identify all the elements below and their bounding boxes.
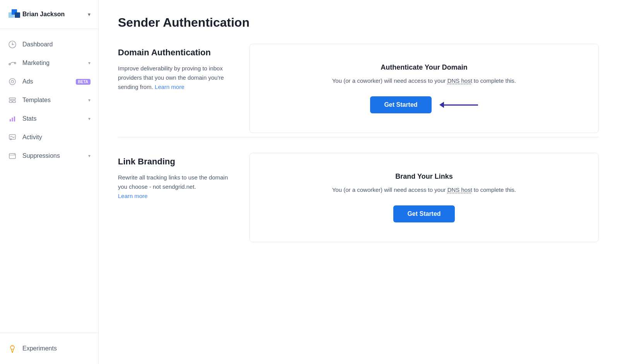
- link-branding-card-title: Brand Your Links: [395, 173, 452, 181]
- svg-rect-8: [9, 98, 15, 99]
- templates-label: Templates: [22, 97, 88, 104]
- domain-auth-section: Domain Authentication Improve deliverabi…: [118, 44, 599, 133]
- btn-arrow-row: Get Started: [370, 96, 478, 113]
- link-branding-card: Brand Your Links You (or a coworker) wil…: [249, 153, 599, 242]
- arrow-indicator: [439, 102, 478, 108]
- link-branding-get-started-button[interactable]: Get Started: [393, 205, 454, 222]
- templates-icon: [8, 96, 17, 105]
- link-branding-card-desc: You (or a coworker) will need access to …: [332, 185, 516, 195]
- sidebar-nav: Dashboard Marketing ▾ Ads: [0, 29, 98, 333]
- sidebar-header[interactable]: Brian Jackson ▾: [0, 0, 98, 29]
- marketing-label: Marketing: [22, 60, 88, 67]
- sidebar-item-templates[interactable]: Templates ▾: [0, 91, 98, 109]
- sidebar-item-marketing[interactable]: Marketing ▾: [0, 54, 98, 72]
- sidebar-username: Brian Jackson: [22, 11, 88, 18]
- link-branding-title: Link Branding: [118, 157, 234, 167]
- templates-chevron-icon: ▾: [88, 97, 90, 103]
- svg-point-4: [12, 44, 13, 45]
- brand-logo: [8, 7, 22, 22]
- experiments-icon: [8, 344, 17, 353]
- sidebar-item-experiments[interactable]: Experiments: [8, 339, 90, 358]
- link-branding-desc: Rewrite all tracking links to use the do…: [118, 173, 234, 201]
- svg-rect-12: [12, 118, 13, 121]
- domain-auth-title: Domain Authentication: [118, 48, 234, 58]
- dns-host-text: DNS host: [447, 77, 472, 84]
- activity-icon: [8, 133, 17, 142]
- ads-beta-badge: BETA: [76, 79, 90, 85]
- domain-auth-desc: Improve deliverability by proving to inb…: [118, 64, 234, 92]
- section-divider: [118, 137, 599, 137]
- main-content: Sender Authentication Domain Authenticat…: [99, 0, 618, 364]
- sidebar-item-dashboard[interactable]: Dashboard: [0, 35, 98, 54]
- arrow-line: [443, 104, 478, 106]
- dashboard-label: Dashboard: [22, 41, 90, 48]
- domain-auth-card: Authenticate Your Domain You (or a cowor…: [249, 44, 599, 133]
- domain-auth-get-started-button[interactable]: Get Started: [370, 96, 431, 113]
- svg-point-17: [14, 154, 15, 155]
- svg-rect-11: [10, 119, 11, 121]
- experiments-label: Experiments: [22, 345, 83, 352]
- link-branding-learn-more-link[interactable]: Learn more: [118, 193, 148, 199]
- domain-auth-card-desc: You (or a coworker) will need access to …: [332, 76, 516, 85]
- sidebar-item-ads[interactable]: Ads BETA: [0, 72, 98, 91]
- svg-rect-13: [14, 116, 15, 121]
- stats-icon: [8, 114, 17, 123]
- link-branding-info: Link Branding Rewrite all tracking links…: [118, 153, 249, 242]
- activity-label: Activity: [22, 134, 90, 141]
- page-title: Sender Authentication: [118, 15, 599, 30]
- domain-auth-info: Domain Authentication Improve deliverabi…: [118, 44, 249, 133]
- sidebar-item-stats[interactable]: Stats ▾: [0, 109, 98, 128]
- stats-label: Stats: [22, 115, 88, 122]
- link-branding-dns-host-text: DNS host: [447, 186, 472, 193]
- svg-rect-10: [13, 101, 15, 103]
- dashboard-icon: [8, 40, 17, 49]
- svg-rect-9: [9, 101, 12, 103]
- marketing-icon: [8, 58, 17, 68]
- sidebar-item-activity[interactable]: Activity: [0, 128, 98, 147]
- domain-auth-learn-more-link[interactable]: Learn more: [155, 84, 184, 90]
- domain-auth-card-title: Authenticate Your Domain: [381, 63, 467, 72]
- svg-rect-2: [15, 12, 20, 18]
- svg-point-7: [9, 79, 15, 85]
- suppressions-label: Suppressions: [22, 152, 88, 159]
- ads-icon: [8, 77, 17, 86]
- suppressions-icon: [8, 151, 17, 161]
- marketing-chevron-icon: ▾: [88, 60, 90, 66]
- stats-chevron-icon: ▾: [88, 116, 90, 121]
- ads-label: Ads: [22, 78, 73, 85]
- sidebar-item-suppressions[interactable]: Suppressions ▾: [0, 147, 98, 165]
- sidebar-chevron-icon: ▾: [88, 11, 90, 17]
- suppressions-chevron-icon: ▾: [88, 153, 90, 159]
- sidebar: Brian Jackson ▾ Dashboard: [0, 0, 99, 364]
- link-branding-section: Link Branding Rewrite all tracking links…: [118, 153, 599, 242]
- sidebar-footer: Experiments: [0, 333, 98, 364]
